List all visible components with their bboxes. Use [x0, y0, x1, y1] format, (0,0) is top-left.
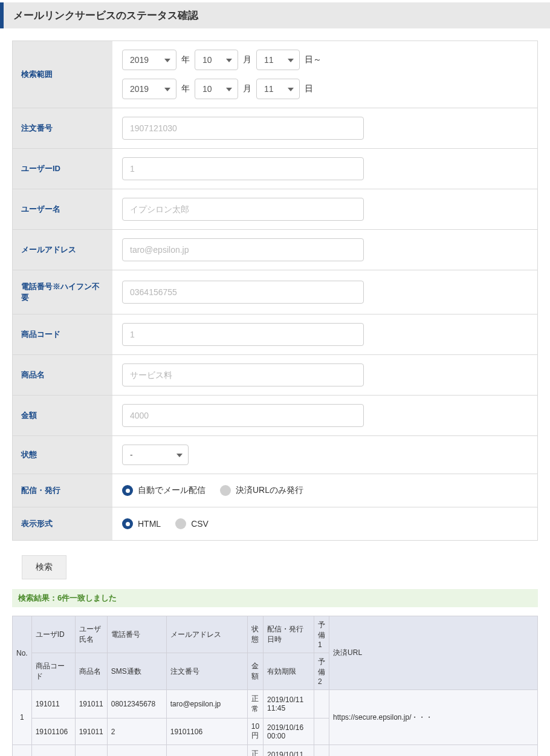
- label-user-id: ユーザーID: [13, 149, 112, 189]
- format-radio-csv[interactable]: CSV: [175, 518, 209, 529]
- label-delivery: 配信・発行: [13, 474, 112, 507]
- label-user-name: ユーザー名: [13, 189, 112, 229]
- date-to-line: 2019 年 10 月 11 日: [122, 79, 313, 99]
- unit-day-tilde: 日～: [305, 54, 322, 65]
- radio-icon: [122, 518, 133, 529]
- th-no: No.: [13, 616, 32, 690]
- user-name-input[interactable]: [122, 198, 364, 221]
- search-form: 検索範囲 2019 年 10 月 11 日～ 2019 年 10 月 11 日 …: [12, 41, 538, 541]
- th-amount: 金額: [247, 653, 263, 690]
- th-yobi1: 予備1: [314, 616, 329, 653]
- result-message: 検索結果：6件一致しました: [12, 589, 538, 607]
- th-url: 決済URL: [329, 616, 538, 690]
- label-status: 状態: [13, 436, 112, 474]
- unit-year: 年: [181, 54, 190, 65]
- from-day-select[interactable]: 11: [256, 50, 300, 70]
- page-header: メールリンクサービスのステータス確認: [0, 2, 550, 28]
- th-user-id: ユーザID: [31, 616, 75, 653]
- th-user-name: ユーザ氏名: [75, 616, 107, 653]
- format-radio-html[interactable]: HTML: [122, 518, 161, 529]
- from-year-select[interactable]: 2019: [122, 50, 176, 70]
- table-row: 2 191011 191011 09012345678 hanako@epsil…: [13, 745, 538, 757]
- to-month-select[interactable]: 10: [195, 79, 238, 99]
- th-sms-count: SMS通数: [107, 653, 166, 690]
- result-table: No. ユーザID ユーザ氏名 電話番号 メールアドレス 状態 配信・発行日時 …: [12, 616, 538, 756]
- label-email: メールアドレス: [13, 230, 112, 270]
- th-yobi2: 予備2: [314, 653, 329, 690]
- from-month-select[interactable]: 10: [195, 50, 238, 70]
- radio-icon: [220, 485, 231, 496]
- user-id-input[interactable]: [122, 157, 364, 180]
- th-order-no: 注文番号: [166, 653, 247, 690]
- th-send-date: 配信・発行日時: [264, 616, 314, 653]
- product-code-input[interactable]: [122, 323, 364, 346]
- label-search-range: 検索範囲: [13, 41, 112, 108]
- email-input[interactable]: [122, 238, 364, 261]
- th-product-name: 商品名: [75, 653, 107, 690]
- label-format: 表示形式: [13, 507, 112, 540]
- th-status: 状態: [247, 616, 263, 653]
- url-cell[interactable]: https://secure.epsilon.jp/・・・: [329, 745, 538, 757]
- th-product-code: 商品コード: [31, 653, 75, 690]
- th-phone: 電話番号: [107, 616, 166, 653]
- amount-input[interactable]: [122, 404, 364, 427]
- label-product-code: 商品コード: [13, 314, 112, 354]
- product-name-input[interactable]: [122, 363, 364, 386]
- delivery-radio-auto[interactable]: 自動でメール配信: [122, 485, 205, 496]
- label-order-no: 注文番号: [13, 108, 112, 148]
- search-button[interactable]: 検索: [22, 555, 66, 579]
- status-select[interactable]: -: [122, 445, 189, 465]
- label-amount: 金額: [13, 396, 112, 435]
- delivery-radio-url-only[interactable]: 決済URLのみ発行: [220, 485, 303, 496]
- unit-month: 月: [243, 54, 251, 65]
- date-from-line: 2019 年 10 月 11 日～: [122, 50, 322, 70]
- url-cell[interactable]: https://secure.epsilon.jp/・・・: [329, 690, 538, 745]
- to-day-select[interactable]: 11: [256, 79, 300, 99]
- table-row: 1 191011 191011 08012345678 taro@epsilon…: [13, 690, 538, 719]
- th-expiry: 有効期限: [264, 653, 314, 690]
- to-year-select[interactable]: 2019: [122, 79, 176, 99]
- label-product-name: 商品名: [13, 355, 112, 395]
- radio-icon: [122, 485, 133, 496]
- radio-icon: [175, 518, 186, 529]
- label-phone: 電話番号※ハイフン不要: [13, 270, 112, 314]
- page-title: メールリンクサービスのステータス確認: [13, 8, 540, 22]
- order-no-input[interactable]: [122, 117, 364, 140]
- phone-input[interactable]: [122, 281, 364, 304]
- th-email: メールアドレス: [166, 616, 247, 653]
